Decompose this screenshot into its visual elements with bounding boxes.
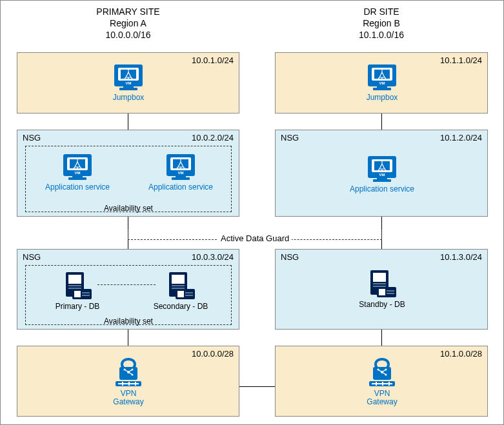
dr-jumpbox-label: Jumpbox [367, 93, 398, 102]
dr-db-cidr: 10.1.3.0/24 [440, 252, 482, 262]
vm-icon [165, 153, 196, 181]
primary-jumpbox-subnet: 10.0.1.0/24 Jumpbox [17, 52, 239, 114]
primary-app-cidr: 10.0.2.0/24 [192, 133, 234, 143]
primary-db2-label: Secondary - DB [154, 302, 208, 311]
primary-db-cidr: 10.0.3.0/24 [192, 252, 234, 262]
primary-vpn-label1: VPN [121, 389, 137, 398]
primary-vpn-subnet: 10.0.0.0/28 VPN Gateway [17, 346, 239, 417]
primary-app-subnet: NSG 10.0.2.0/24 Application service Appl… [17, 130, 239, 217]
dashed-link [381, 230, 382, 239]
primary-jumpbox-vm: Jumpbox [90, 63, 167, 102]
primary-vpn-gateway: VPN Gateway [90, 358, 167, 407]
vm-icon [367, 63, 398, 92]
dr-jumpbox-subnet: 10.1.1.0/24 Jumpbox [275, 52, 488, 114]
primary-app-nsg: NSG [23, 133, 41, 143]
primary-jumpbox-label: Jumpbox [113, 93, 145, 102]
dr-app-cidr: 10.1.2.0/24 [440, 133, 482, 143]
dr-db-label: Standby - DB [359, 300, 405, 309]
vm-icon [62, 153, 93, 181]
dr-app-label: Application service [350, 184, 414, 193]
dr-app-vm: Application service [343, 155, 421, 193]
db-icon [62, 271, 93, 301]
primary-app-vm2-label: Application service [148, 183, 213, 192]
dr-app-subnet: NSG 10.1.2.0/24 Application service [275, 130, 488, 217]
db-icon [165, 271, 196, 301]
primary-app-vm2: Application service [142, 153, 219, 192]
primary-title: PRIMARY SITE [17, 6, 239, 17]
dashed-link [128, 230, 128, 239]
dr-db: Standby - DB [343, 269, 421, 309]
dr-db-subnet: NSG 10.1.3.0/24 Standby - DB [275, 249, 488, 330]
dr-region: Region B [275, 17, 488, 29]
vpn-icon [368, 358, 396, 388]
vm-icon [113, 63, 144, 92]
connector [381, 114, 382, 130]
dr-vpn-label2: Gateway [367, 397, 397, 406]
active-data-guard-label: Active Data Guard [218, 233, 292, 243]
dr-title: DR SITE [275, 6, 488, 17]
primary-db2: Secondary - DB [142, 271, 219, 311]
primary-cidr: 10.0.0.0/16 [17, 29, 239, 41]
primary-db-nsg: NSG [23, 252, 41, 262]
connector [239, 386, 275, 387]
primary-db1-label: Primary - DB [55, 302, 100, 311]
vm-icon [367, 155, 398, 183]
connector [381, 330, 382, 346]
primary-db-subnet: NSG 10.0.3.0/24 Primary - DB Secondary -… [17, 249, 239, 330]
dr-app-nsg: NSG [281, 133, 299, 143]
db-icon [367, 269, 398, 299]
dr-jumpbox-cidr: 10.1.1.0/24 [440, 55, 482, 65]
primary-db1: Primary - DB [39, 271, 116, 311]
primary-app-avset: Application service Application service … [25, 146, 232, 212]
dashed-link [97, 284, 156, 285]
primary-db-avset: Primary - DB Secondary - DB Availability… [25, 265, 232, 325]
dr-jumpbox-vm: Jumpbox [343, 63, 421, 102]
primary-vpn-label2: Gateway [113, 397, 143, 406]
dr-vpn-label1: VPN [374, 389, 390, 398]
dr-db-nsg: NSG [281, 252, 299, 262]
primary-site-header: PRIMARY SITE Region A 10.0.0.0/16 [17, 6, 239, 41]
primary-db-avset-label: Availability set [104, 317, 153, 326]
dr-vpn-subnet: 10.1.0.0/28 VPN Gateway [275, 346, 488, 417]
dr-site-header: DR SITE Region B 10.1.0.0/16 [275, 6, 488, 41]
diagram-canvas: PRIMARY SITE Region A 10.0.0.0/16 DR SIT… [0, 0, 504, 425]
primary-app-vm1-label: Application service [45, 183, 110, 192]
dr-vpn-gateway: VPN Gateway [343, 358, 421, 407]
dr-cidr: 10.1.0.0/16 [275, 29, 488, 41]
dr-vpn-cidr: 10.1.0.0/28 [440, 349, 482, 359]
primary-app-avset-label: Availability set [104, 204, 153, 213]
vpn-icon [114, 358, 143, 388]
primary-vpn-cidr: 10.0.0.0/28 [192, 349, 234, 359]
primary-app-vm1: Application service [39, 153, 116, 192]
connector [128, 330, 128, 346]
primary-jumpbox-cidr: 10.0.1.0/24 [192, 55, 234, 65]
connector [128, 114, 128, 130]
primary-region: Region A [17, 17, 239, 29]
